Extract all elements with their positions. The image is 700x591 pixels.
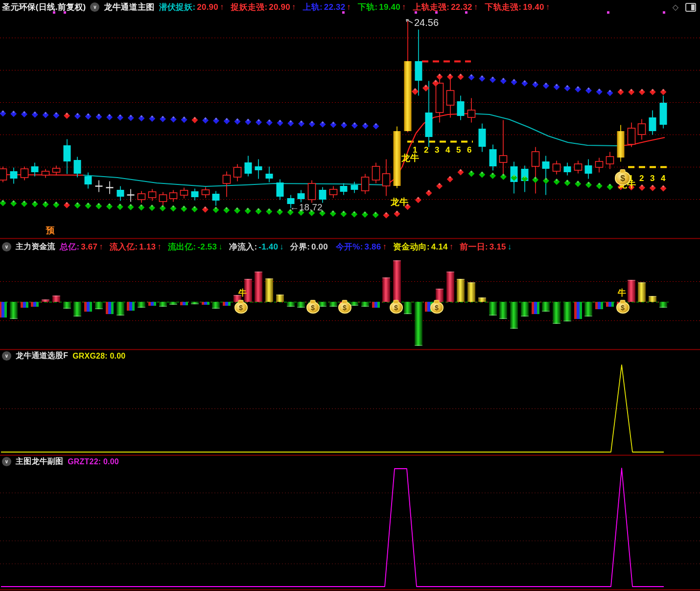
indicator-readout: 下轨:19.40↑ <box>358 1 406 13</box>
indicator-readout: 流入亿:1.13↑ <box>110 241 162 252</box>
chart-annotation: 5 <box>456 146 461 154</box>
panel3-indicator: GRXG28: 0.00 <box>72 352 125 361</box>
panel3-name[interactable]: 龙牛通道选股F <box>16 351 68 361</box>
indicator-readout: 分界:0.00 <box>290 241 329 252</box>
magenta-marker-dot <box>53 11 55 14</box>
magenta-marker-dot <box>607 11 609 14</box>
money-bag-icon: $ <box>338 302 351 314</box>
stock-title: 圣元环保(日线.前复权) <box>2 1 86 13</box>
chart-annotation: 预 <box>46 226 55 235</box>
title-bar: 圣元环保(日线.前复权) ∨ 龙牛通道主图 潜伏捉妖:20.90↑捉妖走强:20… <box>2 1 550 13</box>
magenta-marker-dot <box>342 11 345 14</box>
chart-annotation: 龙牛 <box>391 198 408 206</box>
chart-annotation: 龙牛 <box>401 154 419 162</box>
chevron-down-icon[interactable]: ∨ <box>2 351 11 361</box>
panel2-header: ∨ 主力资金流 总亿:3.67↑流入亿:1.13↑流出亿:-2.53↓净流入:-… <box>2 241 512 252</box>
panel2-name[interactable]: 主力资金流 <box>16 242 55 252</box>
main-indicator-values: 潜伏捉妖:20.90↑捉妖走强:20.90↑上轨:22.32↑下轨:19.40↑… <box>159 1 550 13</box>
magenta-marker-dot <box>663 11 665 14</box>
diamond-icon[interactable]: ◇ <box>673 3 678 11</box>
chevron-down-icon[interactable]: ∨ <box>2 242 11 251</box>
chart-annotation: 牛 <box>618 289 626 297</box>
chart-annotation: 2 <box>639 174 644 182</box>
money-bag-icon: $ <box>616 302 630 314</box>
indicator-readout: 资金动向:4.14↑ <box>393 241 453 252</box>
chart-annotation: 3 <box>435 146 439 154</box>
magenta-marker-dot <box>415 11 417 14</box>
indicator-readout: 潜伏捉妖:20.90↑ <box>159 1 224 13</box>
chart-annotation: 24.56 <box>414 18 439 27</box>
chart-annotation: 1 <box>413 146 417 154</box>
indicator-readout: 流出亿:-2.53↓ <box>168 241 223 252</box>
indicator-readout: 前一日:3.15↓ <box>460 241 512 252</box>
money-bag-icon: $ <box>430 302 443 314</box>
main-indicator-name[interactable]: 龙牛通道主图 <box>104 1 154 13</box>
panel3-header: ∨ 龙牛通道选股F GRXG28: 0.00 <box>2 351 125 361</box>
chart-annotation: 6 <box>467 146 471 154</box>
panel4-indicator: GRZT22: 0.00 <box>68 457 119 466</box>
money-bag-icon: $ <box>306 302 320 314</box>
money-bag-icon: $ <box>390 302 403 314</box>
chart-annotation: 2 <box>424 146 428 154</box>
window-controls: ◇ <box>673 3 696 12</box>
indicator-readout: 净流入:-1.40↓ <box>229 241 284 252</box>
chart-annotation: 4 <box>661 174 665 182</box>
indicator-readout: 捉妖走强:20.90↑ <box>231 1 296 13</box>
chart-annotation: 3 <box>650 174 654 182</box>
magenta-marker-dot <box>465 11 467 14</box>
money-bag-icon: $ <box>234 302 248 314</box>
window-layout-icon[interactable] <box>685 3 696 12</box>
main-chart-canvas[interactable] <box>0 0 700 591</box>
panel2-indicator-values: 总亿:3.67↑流入亿:1.13↑流出亿:-2.53↓净流入:-1.40↓分界:… <box>60 241 512 252</box>
money-bag-icon: $ <box>615 171 630 185</box>
chart-annotation: ←18.72 <box>290 203 323 212</box>
panel4-name[interactable]: 主图龙牛副图 <box>16 456 63 467</box>
chevron-down-icon[interactable]: ∨ <box>2 457 11 466</box>
chart-annotation: 牛 <box>238 289 247 297</box>
indicator-readout: 下轨走强:19.40↑ <box>485 1 550 13</box>
indicator-readout: 总亿:3.67↑ <box>60 241 103 252</box>
indicator-readout: 今开%:3.86↑ <box>336 241 387 252</box>
magenta-marker-dot <box>435 11 438 14</box>
trading-app-screen: 圣元环保(日线.前复权) ∨ 龙牛通道主图 潜伏捉妖:20.90↑捉妖走强:20… <box>0 0 700 591</box>
chart-annotation: 4 <box>445 146 450 154</box>
magenta-marker-dot <box>64 11 66 14</box>
panel4-header: ∨ 主图龙牛副图 GRZT22: 0.00 <box>2 456 119 467</box>
indicator-readout: 上轨走强:22.32↑ <box>413 1 478 13</box>
chevron-down-icon[interactable]: ∨ <box>90 2 99 12</box>
